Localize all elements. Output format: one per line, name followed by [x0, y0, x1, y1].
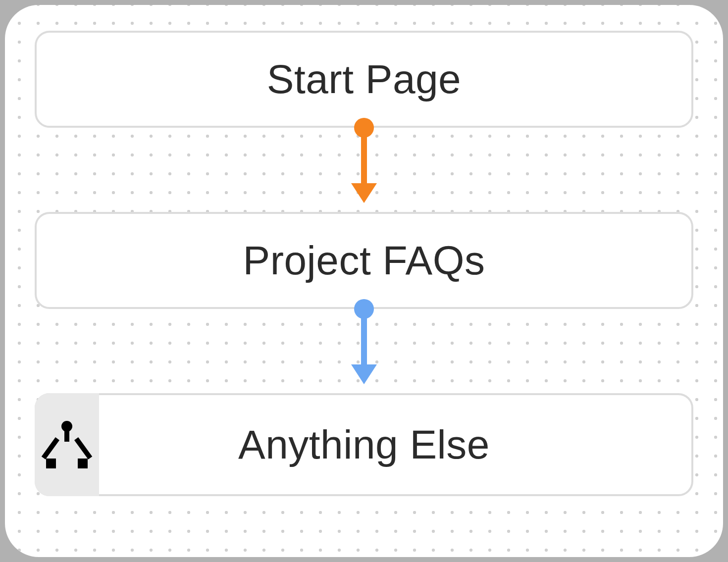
flow-panel: Start Page Project FAQs: [5, 5, 723, 557]
arrow-down-icon: [351, 364, 377, 384]
node-start-page[interactable]: Start Page: [35, 31, 693, 128]
node-anything-else[interactable]: Anything Else: [35, 393, 693, 496]
node-icon-slot: [35, 393, 99, 496]
connector-middle-to-last: [5, 309, 723, 393]
connector-start-to-middle: [5, 128, 723, 212]
node-anything-else-label: Anything Else: [238, 421, 490, 468]
node-project-faqs[interactable]: Project FAQs: [35, 212, 693, 309]
node-start-page-label: Start Page: [267, 56, 461, 102]
flow-content: Start Page Project FAQs: [5, 5, 723, 557]
hub-icon: [46, 421, 88, 468]
connector-shaft-icon: [361, 137, 367, 186]
node-project-faqs-label: Project FAQs: [243, 237, 485, 284]
connector-shaft-icon: [361, 318, 367, 367]
arrow-down-icon: [351, 183, 377, 203]
